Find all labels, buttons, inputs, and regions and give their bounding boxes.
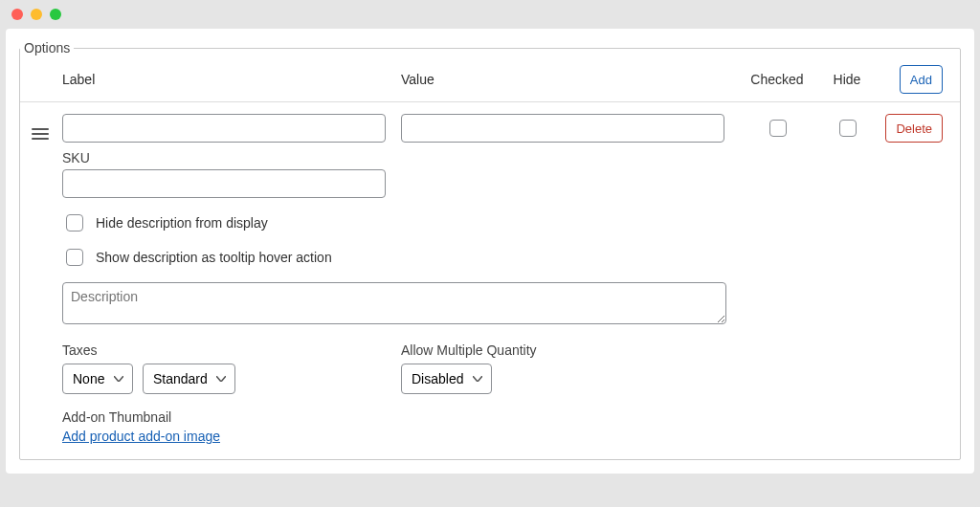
taxes-column: Taxes None Standard bbox=[62, 342, 401, 394]
delete-button[interactable]: Delete bbox=[885, 114, 943, 143]
close-icon[interactable] bbox=[11, 9, 23, 20]
taxes-select-1[interactable]: None bbox=[62, 364, 133, 394]
multiple-qty-select[interactable]: Disabled bbox=[401, 364, 492, 394]
options-fieldset: Options Label Value Checked Hide Add bbox=[19, 40, 961, 460]
multiple-qty-label: Allow Multiple Quantity bbox=[401, 342, 724, 358]
column-header-hide: Hide bbox=[814, 72, 880, 87]
minimize-icon[interactable] bbox=[31, 9, 42, 20]
tooltip-description-label: Show description as tooltip hover action bbox=[96, 250, 332, 265]
taxes-label: Taxes bbox=[62, 342, 386, 358]
column-header-label: Label bbox=[62, 72, 401, 87]
add-thumbnail-link[interactable]: Add product add-on image bbox=[62, 429, 220, 444]
description-wrap bbox=[20, 275, 960, 335]
sku-label: SKU bbox=[62, 150, 948, 165]
label-input[interactable] bbox=[62, 114, 386, 143]
options-legend: Options bbox=[20, 40, 74, 55]
tooltip-description-row: Show description as tooltip hover action bbox=[20, 240, 960, 275]
taxes-select-2[interactable]: Standard bbox=[143, 364, 235, 394]
table-header: Label Value Checked Hide Add bbox=[20, 55, 960, 101]
option-row: Delete bbox=[20, 102, 960, 146]
tooltip-description-checkbox[interactable] bbox=[66, 249, 83, 266]
titlebar bbox=[0, 0, 980, 29]
maximize-icon[interactable] bbox=[50, 9, 61, 20]
hide-description-label: Hide description from display bbox=[96, 215, 268, 231]
app-window: Options Label Value Checked Hide Add bbox=[0, 0, 980, 507]
hide-description-row: Hide description from display bbox=[20, 206, 960, 240]
thumbnail-block: Add-on Thumbnail Add product add-on imag… bbox=[20, 402, 960, 459]
sku-input[interactable] bbox=[62, 169, 386, 198]
value-input[interactable] bbox=[401, 114, 724, 143]
thumbnail-label: Add-on Thumbnail bbox=[62, 409, 948, 425]
drag-handle-icon[interactable] bbox=[32, 128, 49, 140]
multiple-qty-column: Allow Multiple Quantity Disabled bbox=[401, 342, 740, 394]
hide-description-checkbox[interactable] bbox=[66, 214, 83, 231]
column-header-value: Value bbox=[401, 72, 740, 87]
description-textarea[interactable] bbox=[62, 282, 726, 324]
select-row: Taxes None Standard Allow Multiple Quant… bbox=[20, 335, 960, 402]
hide-checkbox[interactable] bbox=[839, 120, 857, 137]
column-header-checked: Checked bbox=[740, 72, 814, 87]
checked-checkbox[interactable] bbox=[769, 120, 787, 137]
add-button[interactable]: Add bbox=[900, 65, 943, 94]
content: Options Label Value Checked Hide Add bbox=[6, 29, 974, 474]
sku-block: SKU bbox=[20, 146, 960, 206]
